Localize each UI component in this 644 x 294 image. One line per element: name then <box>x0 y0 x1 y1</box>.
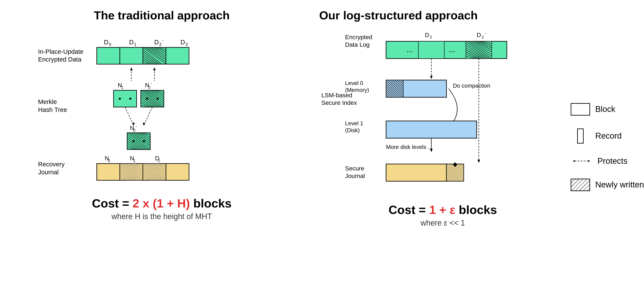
legend-protects-item: Protects <box>571 156 644 166</box>
svg-text:Recovery: Recovery <box>38 161 65 168</box>
svg-text:Secure Index: Secure Index <box>321 99 357 106</box>
svg-text:3: 3 <box>186 42 188 47</box>
svg-text:...: ... <box>448 45 455 54</box>
legend: Block Record Protects Newly written <box>566 8 644 286</box>
svg-text:Secure: Secure <box>345 165 364 172</box>
left-cost-prefix: Cost = <box>92 196 132 210</box>
svg-text:Data Log: Data Log <box>345 41 370 48</box>
svg-text:Journal: Journal <box>38 169 59 176</box>
svg-text:Encrypted: Encrypted <box>345 34 372 40</box>
legend-block-item: Block <box>571 103 644 116</box>
right-title: Our log-structured approach <box>319 8 478 22</box>
svg-text:2: 2 <box>430 35 432 39</box>
main-container: The traditional approach In-Place-Update… <box>0 0 644 294</box>
svg-marker-209 <box>573 160 574 162</box>
right-cost-sub: where ε << 1 <box>389 218 497 228</box>
left-cost-formula: Cost = 2 x (1 + H) blocks <box>92 196 232 210</box>
svg-text:Level 1: Level 1 <box>345 120 363 127</box>
svg-text:′: ′ <box>162 39 163 44</box>
svg-text:D: D <box>425 32 429 38</box>
svg-text:D: D <box>129 39 134 46</box>
svg-text:D: D <box>104 39 108 46</box>
svg-text:1: 1 <box>121 85 123 90</box>
legend-newly-written-icon <box>571 179 590 191</box>
svg-text:1: 1 <box>133 159 136 163</box>
svg-text:D: D <box>477 32 481 38</box>
svg-point-59 <box>156 98 159 100</box>
legend-block-label: Block <box>595 105 615 114</box>
svg-text:Do compaction: Do compaction <box>453 82 490 89</box>
legend-newly-written-label: Newly written <box>595 180 644 189</box>
svg-text:2: 2 <box>158 159 160 163</box>
svg-rect-185 <box>386 121 477 138</box>
left-side: The traditional approach In-Place-Update… <box>13 8 310 286</box>
svg-marker-33 <box>153 67 156 71</box>
svg-text:D: D <box>154 39 159 46</box>
svg-text:Encrypted Data: Encrypted Data <box>38 56 82 63</box>
legend-protects-label: Protects <box>598 156 628 166</box>
svg-line-62 <box>125 107 134 125</box>
svg-text:0: 0 <box>133 128 136 133</box>
right-cost-suffix: blocks <box>455 203 497 217</box>
right-cost-formula: Cost = 1 + ε blocks <box>389 203 497 217</box>
svg-text:D: D <box>180 39 185 46</box>
right-cost: Cost = 1 + ε blocks where ε << 1 <box>389 196 497 228</box>
right-cost-prefix: Cost = <box>389 203 429 217</box>
svg-marker-211 <box>588 160 590 162</box>
left-diagram: In-Place-Update Encrypted Data D 0 D 1 D… <box>32 35 291 185</box>
legend-protects-icon <box>571 158 592 164</box>
svg-text:(Disk): (Disk) <box>345 127 360 134</box>
svg-rect-11 <box>97 47 120 64</box>
svg-point-86 <box>143 140 145 142</box>
svg-point-85 <box>132 140 134 142</box>
svg-marker-65 <box>143 123 145 126</box>
left-cost: Cost = 2 x (1 + H) blocks where H is the… <box>92 190 232 221</box>
svg-marker-157 <box>430 76 433 79</box>
svg-text:2: 2 <box>148 85 150 90</box>
svg-text:Journal: Journal <box>345 173 365 179</box>
right-cost-red: 1 + ε <box>429 203 456 217</box>
right-diagram-area: Our log-structured approach Encrypted Da… <box>319 8 566 286</box>
left-cost-red: 2 x (1 + H) <box>133 196 190 210</box>
svg-text:...: ... <box>406 45 413 54</box>
svg-text:0: 0 <box>108 159 110 163</box>
left-title: The traditional approach <box>94 8 230 22</box>
svg-text:In-Place-Update: In-Place-Update <box>38 48 84 55</box>
svg-text:′: ′ <box>151 82 152 87</box>
svg-rect-95 <box>97 163 120 180</box>
svg-point-40 <box>119 98 121 100</box>
svg-rect-12 <box>120 47 143 64</box>
svg-text:2: 2 <box>159 42 162 47</box>
svg-text:More disk levels ...: More disk levels ... <box>386 144 432 150</box>
svg-marker-31 <box>130 67 133 71</box>
legend-record-item: Record <box>571 129 644 144</box>
svg-rect-138 <box>418 41 444 59</box>
svg-text:0: 0 <box>109 42 111 47</box>
svg-text:2: 2 <box>482 35 484 39</box>
legend-block-icon <box>571 103 590 116</box>
legend-record-icon <box>577 129 584 144</box>
svg-rect-191 <box>386 164 446 181</box>
svg-text:Level 0: Level 0 <box>345 80 363 86</box>
svg-text:Merkle: Merkle <box>38 98 57 105</box>
svg-rect-128 <box>166 163 189 180</box>
svg-marker-188 <box>430 149 433 152</box>
right-diagram: Encrypted Data Log D 2 D 2 ′ ... ... <box>319 30 556 194</box>
svg-text:1: 1 <box>134 42 136 47</box>
svg-line-64 <box>144 107 152 125</box>
legend-record-label: Record <box>595 131 622 141</box>
svg-point-58 <box>146 98 148 100</box>
svg-text:Hash Tree: Hash Tree <box>38 106 67 113</box>
svg-text:′: ′ <box>485 32 486 37</box>
legend-newly-written-item: Newly written <box>571 179 644 191</box>
svg-rect-39 <box>114 90 136 107</box>
right-side: Our log-structured approach Encrypted Da… <box>310 8 644 286</box>
svg-text:(Memory): (Memory) <box>345 87 369 93</box>
svg-point-41 <box>129 98 131 100</box>
svg-text:′: ′ <box>136 125 136 130</box>
left-cost-sub: where H is the height of MHT <box>92 212 232 221</box>
svg-marker-159 <box>478 160 480 163</box>
svg-rect-29 <box>166 47 189 64</box>
left-cost-suffix: blocks <box>190 196 232 210</box>
